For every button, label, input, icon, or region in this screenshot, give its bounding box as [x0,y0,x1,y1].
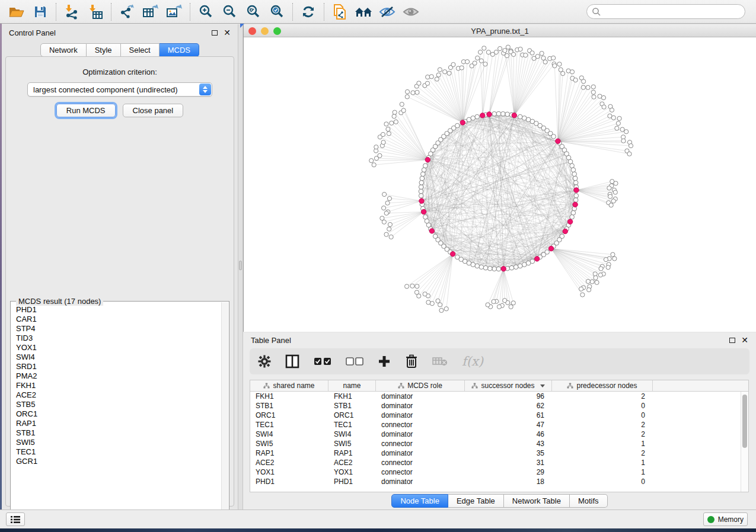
table-cell[interactable]: 46 [465,430,552,438]
network-node[interactable] [579,287,583,291]
table-cell[interactable]: connector [376,468,465,476]
network-canvas[interactable] [244,37,756,331]
network-node[interactable] [524,53,528,57]
network-node[interactable] [571,168,576,172]
table-row[interactable]: SWI5SWI5connector431 [250,439,748,448]
hide-selected-eye-icon[interactable] [375,2,399,22]
close-table-panel-icon[interactable]: ✕ [741,337,748,343]
table-cell[interactable]: 35 [465,449,552,457]
table-cell[interactable]: YOX1 [328,468,376,476]
network-node[interactable] [476,56,480,60]
network-node[interactable] [617,116,621,120]
table-cell[interactable]: 31 [465,459,552,467]
table-cell[interactable]: 29 [465,468,552,476]
table-row[interactable]: YOX1YOX1connector291 [250,467,748,477]
table-row[interactable]: STB1STB1dominator620 [250,401,748,411]
save-icon[interactable] [28,2,52,22]
network-node[interactable] [439,308,444,312]
table-cell[interactable]: 47 [465,421,552,429]
network-node[interactable] [394,120,398,124]
network-node[interactable] [419,181,424,185]
network-node[interactable] [557,62,562,66]
network-node[interactable] [629,143,633,148]
network-node[interactable] [405,89,409,94]
hub-node[interactable] [573,202,578,207]
network-node[interactable] [420,176,425,181]
zoom-selected-icon[interactable] [265,2,289,22]
table-cell[interactable]: 18 [465,477,552,486]
network-node[interactable] [592,95,596,99]
table-cell[interactable]: YOX1 [250,468,328,476]
network-node[interactable] [369,159,374,163]
table-cell[interactable]: 1 [552,468,653,476]
table-cell[interactable]: TEC1 [328,421,376,429]
result-node[interactable]: STB1 [16,428,221,438]
network-node[interactable] [492,111,497,116]
network-node[interactable] [586,85,590,89]
network-node[interactable] [535,55,540,59]
table-cell[interactable]: 2 [552,392,653,400]
run-mcds-button[interactable]: Run MCDS [56,104,116,117]
table-cell[interactable]: dominator [376,449,465,457]
hub-node[interactable] [429,229,434,233]
import-table-icon[interactable] [84,2,107,22]
network-node[interactable] [455,255,460,259]
network-node[interactable] [385,201,390,205]
network-node[interactable] [372,163,376,167]
network-node[interactable] [604,258,608,262]
network-node[interactable] [388,222,392,226]
hub-node[interactable] [487,112,492,117]
table-cell[interactable]: dominator [376,402,465,410]
sort-chevron-icon[interactable] [540,384,545,387]
network-node[interactable] [518,264,522,268]
table-row[interactable]: TEC1TEC1connector472 [250,420,748,430]
zoom-out-icon[interactable] [218,2,241,22]
table-row[interactable]: PHD1PHD1dominator180 [250,477,748,486]
table-cell[interactable]: SWI5 [250,440,328,448]
hub-node[interactable] [460,120,465,125]
task-history-button[interactable] [6,512,25,526]
result-list-scrollbar[interactable] [221,302,228,518]
network-node[interactable] [591,85,595,89]
network-node[interactable] [392,114,396,118]
network-node[interactable] [614,181,618,185]
result-node[interactable]: GCR1 [16,457,221,466]
network-node[interactable] [471,116,476,121]
network-node[interactable] [381,206,385,210]
table-cell[interactable]: STB1 [250,402,328,410]
network-node[interactable] [573,78,578,82]
network-node[interactable] [616,121,620,126]
export-table-icon[interactable] [139,2,162,22]
network-node[interactable] [486,50,490,55]
result-node[interactable]: STB5 [16,400,221,409]
table-row[interactable]: SWI4SWI4dominator462 [250,430,748,439]
network-node[interactable] [506,45,510,49]
table-settings-gear-icon[interactable] [258,355,271,368]
network-node[interactable] [512,52,516,56]
result-node[interactable]: CAR1 [16,315,221,324]
tab-mcds[interactable]: MCDS [160,43,199,57]
hub-node[interactable] [563,229,567,233]
table-cell[interactable]: TEC1 [250,421,328,429]
network-node[interactable] [501,111,506,116]
network-node[interactable] [390,121,394,125]
network-node[interactable] [511,301,515,305]
hub-node[interactable] [574,188,579,193]
network-node[interactable] [599,267,603,271]
table-cell[interactable]: SWI4 [328,430,376,438]
network-node[interactable] [455,123,460,128]
network-node[interactable] [384,232,388,236]
network-node[interactable] [405,95,409,99]
network-node[interactable] [417,81,421,85]
hub-node[interactable] [567,219,572,224]
open-folder-icon[interactable] [5,2,28,22]
export-network-icon[interactable] [115,2,139,22]
network-node[interactable] [590,280,594,284]
tab-network-table[interactable]: Network Table [504,494,570,508]
column-header-successor-nodes[interactable]: successor nodes [465,380,552,391]
hub-node[interactable] [512,113,516,117]
network-node[interactable] [473,61,477,65]
result-node[interactable]: ORC1 [16,409,221,419]
table-cell[interactable]: dominator [376,430,465,438]
tab-edge-table[interactable]: Edge Table [448,494,504,508]
